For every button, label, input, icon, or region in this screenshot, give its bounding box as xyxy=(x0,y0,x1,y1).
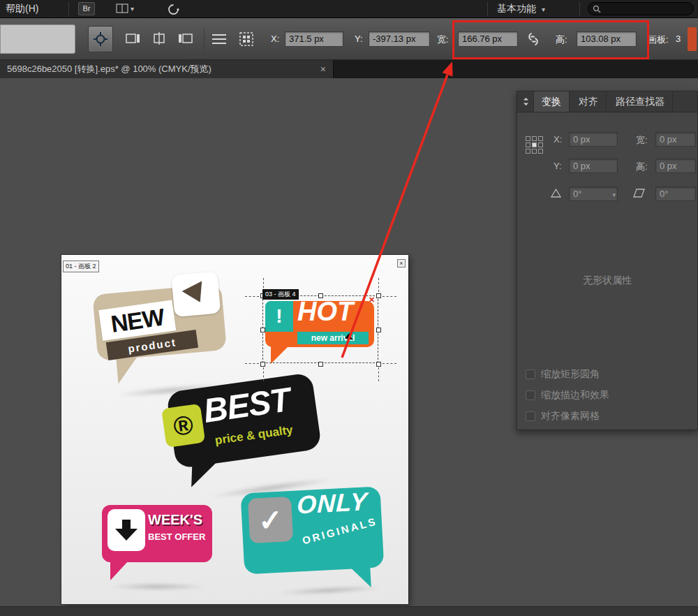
crop-mark xyxy=(383,296,396,297)
badge-title: NEW xyxy=(109,303,165,337)
chevron-down-icon: ▾ xyxy=(542,6,545,13)
badge-subtitle: BEST OFFER xyxy=(148,531,205,542)
tab-pathfinder[interactable]: 路径查找器 xyxy=(608,91,673,112)
badge-title: WEEK'S xyxy=(148,512,202,528)
selection-handle[interactable] xyxy=(318,362,323,367)
checkmark-tile: ✓ xyxy=(248,497,293,543)
workspace-label: 基本功能 xyxy=(497,3,536,15)
crop-mark xyxy=(378,278,379,292)
align-right-icon[interactable] xyxy=(177,31,194,46)
docked-panel-stub xyxy=(0,24,75,54)
selected-artboard-name-label: 03 - 画板 4 xyxy=(262,289,299,300)
panel-x-label: X: xyxy=(554,134,562,145)
reference-point-locator[interactable] xyxy=(526,136,543,154)
menu-bar: 帮助(H) Br ▾ 基本功能 ▾ xyxy=(0,0,698,18)
document-tab-bar: 5698c26be2050 [转换].eps* @ 100% (CMYK/预览)… xyxy=(0,60,698,78)
artboard-options-menu-icon[interactable] xyxy=(211,33,228,45)
docked-color-panel-tab[interactable] xyxy=(688,27,697,51)
search-input[interactable] xyxy=(604,4,689,14)
panel-y-input[interactable]: 0 px xyxy=(569,159,618,173)
checkbox-scale-rect-corners[interactable]: 缩放矩形圆角 xyxy=(526,368,600,381)
bubble-tail xyxy=(116,355,140,384)
tab-close-icon[interactable]: × xyxy=(320,64,326,75)
bubble-tail xyxy=(349,565,371,589)
arrange-documents-icon[interactable]: ▾ xyxy=(116,3,134,13)
artboard-count-label: 画板: xyxy=(648,34,669,46)
panel-height-label: 高: xyxy=(636,161,648,173)
artboard-name-label: 01 - 画板 2 xyxy=(63,261,99,272)
badge-subtitle: product xyxy=(127,336,177,355)
artboard-count-value: 3 xyxy=(676,34,681,44)
chevron-down-icon[interactable]: ▾ xyxy=(612,189,616,201)
panel-height-input[interactable]: 0 px xyxy=(655,159,696,173)
registered-mark-tile: ® xyxy=(161,404,205,448)
document-title: 5698c26be2050 [转换].eps* @ 100% (CMYK/预览) xyxy=(7,63,313,75)
workspace-switcher[interactable]: 基本功能 ▾ xyxy=(497,3,545,15)
free-transform-tool-button[interactable] xyxy=(88,26,113,52)
menu-separator xyxy=(579,2,580,16)
align-left-icon[interactable] xyxy=(124,31,141,46)
panel-x-input[interactable]: 0 px xyxy=(569,132,618,147)
panel-collapse-icon[interactable] xyxy=(523,97,529,106)
x-input[interactable]: 371.5 px xyxy=(285,31,343,47)
selection-handle[interactable] xyxy=(260,328,265,332)
checkbox-icon[interactable] xyxy=(526,411,535,421)
chevron-down-icon: ▾ xyxy=(131,5,134,13)
checkbox-align-pixel-grid[interactable]: 对齐像素网格 xyxy=(526,410,600,423)
y-input[interactable]: -397.13 px xyxy=(369,31,430,47)
arrow-tile xyxy=(171,271,221,317)
menu-separator xyxy=(68,2,69,16)
search-box[interactable] xyxy=(588,2,694,15)
bridge-button[interactable]: Br xyxy=(78,2,95,15)
width-label: 宽: xyxy=(437,34,449,46)
rotate-angle-input[interactable]: 0° ▾ xyxy=(569,186,618,201)
selection-handle[interactable] xyxy=(318,293,323,298)
panel-width-label: 宽: xyxy=(636,134,648,147)
selection-handle[interactable] xyxy=(376,293,381,298)
crop-mark xyxy=(245,296,259,297)
badge-title: ONLY xyxy=(297,487,369,520)
transform-target-icon xyxy=(93,31,108,47)
selection-handle[interactable] xyxy=(376,328,381,332)
panel-width-input[interactable]: 0 px xyxy=(655,132,696,147)
document-tab[interactable]: 5698c26be2050 [转换].eps* @ 100% (CMYK/预览)… xyxy=(0,60,334,78)
tab-transform[interactable]: 变换 xyxy=(533,91,570,112)
menu-separator xyxy=(487,2,488,16)
bubble-tail xyxy=(191,462,216,487)
red-highlight-box xyxy=(452,20,649,59)
y-label: Y: xyxy=(355,34,363,44)
selection-bounding-box[interactable] xyxy=(262,295,378,363)
checkbox-label: 缩放描边和效果 xyxy=(541,389,609,402)
crop-mark xyxy=(383,363,396,364)
selection-handle[interactable] xyxy=(376,362,381,367)
checkbox-icon[interactable] xyxy=(526,390,535,400)
search-icon xyxy=(593,5,601,13)
crop-mark xyxy=(378,367,379,381)
shear-angle-input[interactable]: 0° xyxy=(655,186,696,201)
cs-live-icon[interactable] xyxy=(168,3,179,15)
down-arrow-icon xyxy=(182,281,210,307)
badge-weeks-best-offer[interactable]: WEEK'S BEST OFFER xyxy=(102,501,221,588)
selection-handle[interactable] xyxy=(260,362,265,367)
badge-shadow xyxy=(109,583,207,590)
align-center-icon[interactable] xyxy=(151,31,168,46)
x-label: X: xyxy=(271,34,279,44)
rotate-angle-icon xyxy=(551,189,561,198)
down-arrow-icon xyxy=(115,529,138,541)
bubble-tail xyxy=(110,561,128,580)
tab-align[interactable]: 对齐 xyxy=(571,91,607,112)
menu-help[interactable]: 帮助(H) xyxy=(6,3,38,15)
down-arrow-tile xyxy=(107,509,145,551)
panel-y-label: Y: xyxy=(554,161,562,171)
transform-panel: 变换 对齐 路径查找器 X: 0 px 宽: 0 px Y: 0 px 高: 0… xyxy=(517,91,698,430)
shear-angle-icon xyxy=(633,189,645,198)
checkbox-label: 对齐像素网格 xyxy=(541,410,600,423)
checkbox-scale-strokes-effects[interactable]: 缩放描边和效果 xyxy=(526,389,609,402)
selection-close-icon[interactable]: ✕ xyxy=(369,295,375,305)
artboard-grid-icon[interactable] xyxy=(239,31,254,47)
checkbox-icon[interactable] xyxy=(526,369,535,379)
badge-new-product[interactable]: NEW product xyxy=(91,270,244,404)
badge-only-originals[interactable]: ✓ ONLY ORIGINALS xyxy=(240,480,396,596)
artboard-close-icon[interactable]: × xyxy=(397,259,406,267)
artboard[interactable]: 01 - 画板 2 × NEW product ! HOT new arriva… xyxy=(61,255,408,604)
